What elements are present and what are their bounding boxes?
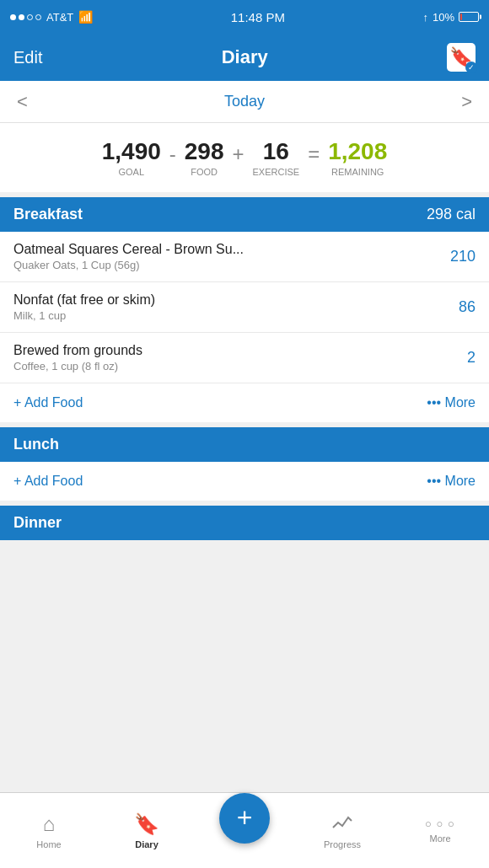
nav-title: Diary [222, 46, 268, 68]
food-name-3: Brewed from grounds [13, 343, 467, 358]
food-name-1: Oatmeal Squares Cereal - Brown Su... [13, 242, 450, 257]
exercise-label: EXERCISE [253, 167, 300, 177]
food-info-3: Brewed from grounds Coffee, 1 cup (8 fl … [13, 343, 467, 372]
tab-diary[interactable]: 🔖 Diary [98, 812, 196, 849]
lunch-add-row: + Add Food ••• More [0, 462, 489, 506]
location-icon: ↑ [422, 11, 428, 24]
add-button[interactable]: + [219, 793, 270, 844]
food-item-3[interactable]: Brewed from grounds Coffee, 1 cup (8 fl … [0, 333, 489, 383]
diary-label: Diary [135, 839, 159, 849]
calorie-summary: 1,490 GOAL - 298 FOOD + 16 EXERCISE = 1,… [0, 123, 489, 197]
goal-item: 1,490 GOAL [102, 138, 161, 177]
dinner-header: Dinner [0, 506, 489, 540]
food-desc-1: Quaker Oats, 1 Cup (56g) [13, 259, 450, 271]
battery-container [459, 12, 479, 22]
tab-more[interactable]: ○ ○ ○ More [391, 817, 489, 844]
exercise-value: 16 [253, 138, 300, 165]
dot-3 [27, 14, 33, 20]
progress-label: Progress [324, 839, 361, 849]
signal-dots [10, 14, 41, 20]
remaining-value: 1,208 [328, 138, 387, 165]
more-dots-icon: ○ ○ ○ [425, 817, 455, 830]
dot-2 [19, 14, 24, 20]
home-icon: ⌂ [43, 812, 56, 836]
food-cal-3: 2 [467, 349, 476, 367]
nav-bar: Edit Diary 🔖 ✓ [0, 34, 489, 81]
lunch-header: Lunch [0, 427, 489, 462]
next-day-button[interactable]: > [461, 91, 472, 113]
breakfast-more-button[interactable]: ••• More [427, 395, 476, 410]
check-icon: ✓ [465, 62, 477, 73]
plus-operator: + [233, 142, 244, 166]
food-cal-1: 210 [450, 248, 476, 265]
equals-operator: = [308, 142, 320, 166]
save-diary-button[interactable]: 🔖 ✓ [447, 43, 476, 72]
remaining-item: 1,208 REMAINING [328, 138, 387, 177]
food-label: FOOD [185, 167, 224, 177]
status-right: ↑ 10% [422, 11, 479, 24]
plus-icon: + [237, 802, 253, 833]
battery-icon [459, 12, 479, 22]
exercise-item: 16 EXERCISE [253, 138, 300, 177]
food-name-2: Nonfat (fat free or skim) [13, 292, 459, 308]
home-label: Home [36, 839, 61, 849]
current-date-label[interactable]: Today [224, 93, 265, 110]
tab-bar: ⌂ Home 🔖 Diary + Progress ○ ○ ○ More [0, 792, 489, 868]
tab-progress[interactable]: Progress [293, 812, 391, 849]
wifi-icon: 📶 [78, 10, 93, 24]
edit-button[interactable]: Edit [13, 48, 42, 67]
dot-1 [10, 14, 16, 20]
dinner-title: Dinner [13, 514, 62, 531]
diary-icon: 🔖 [134, 812, 159, 836]
carrier-label: AT&T [46, 11, 73, 24]
status-bar: AT&T 📶 11:48 PM ↑ 10% [0, 0, 489, 34]
lunch-more-button[interactable]: ••• More [427, 474, 476, 489]
battery-fill [460, 13, 462, 20]
breakfast-add-row: + Add Food ••• More [0, 383, 489, 427]
date-nav: < Today > [0, 81, 489, 123]
goal-label: GOAL [102, 167, 161, 177]
lunch-title: Lunch [13, 436, 59, 453]
battery-percent: 10% [433, 11, 454, 24]
dot-4 [35, 14, 41, 20]
food-item: 298 FOOD [185, 138, 224, 177]
tab-home[interactable]: ⌂ Home [0, 812, 98, 849]
breakfast-header: Breakfast 298 cal [0, 197, 489, 232]
progress-icon [331, 812, 353, 836]
food-desc-3: Coffee, 1 cup (8 fl oz) [13, 360, 467, 372]
breakfast-cal: 298 cal [427, 206, 476, 223]
status-left: AT&T 📶 [10, 10, 93, 24]
food-item-1[interactable]: Oatmeal Squares Cereal - Brown Su... Qua… [0, 232, 489, 282]
food-info-1: Oatmeal Squares Cereal - Brown Su... Qua… [13, 242, 450, 271]
food-value: 298 [185, 138, 224, 165]
more-label: More [429, 833, 450, 844]
remaining-label: REMAINING [328, 167, 387, 177]
lunch-add-food-button[interactable]: + Add Food [13, 474, 83, 489]
breakfast-title: Breakfast [13, 206, 83, 223]
goal-value: 1,490 [102, 138, 161, 165]
food-cal-2: 86 [459, 298, 476, 316]
tab-add[interactable]: + [196, 793, 293, 844]
food-info-2: Nonfat (fat free or skim) Milk, 1 cup [13, 292, 459, 322]
minus-operator: - [169, 142, 176, 166]
prev-day-button[interactable]: < [17, 91, 28, 113]
breakfast-add-food-button[interactable]: + Add Food [13, 395, 83, 410]
food-desc-2: Milk, 1 cup [13, 309, 459, 322]
status-time: 11:48 PM [231, 10, 285, 24]
food-item-2[interactable]: Nonfat (fat free or skim) Milk, 1 cup 86 [0, 282, 489, 333]
